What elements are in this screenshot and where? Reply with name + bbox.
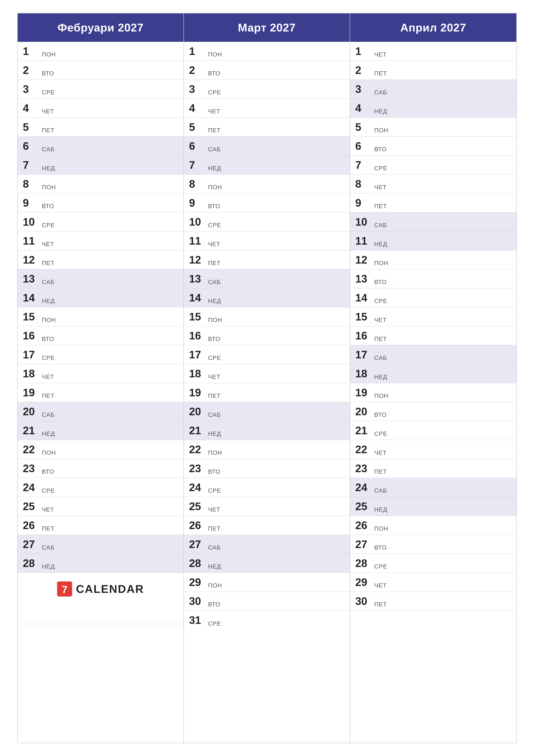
day-name: ПОН — [208, 582, 222, 589]
day-name: СРЕ — [208, 89, 221, 96]
day-name: ВТО — [374, 411, 387, 418]
day-name: ВТО — [374, 146, 387, 153]
day-row: 10САБ — [350, 212, 516, 231]
day-name: ПОН — [42, 449, 56, 456]
day-name: САБ — [374, 487, 387, 494]
day-row: 24СРЕ — [18, 478, 184, 497]
day-number: 11 — [189, 235, 206, 246]
logo-row: 7CALENDAR — [18, 573, 184, 605]
day-number: 29 — [355, 577, 372, 588]
day-row: 18ЧЕТ — [184, 364, 350, 383]
day-name: ПЕТ — [374, 336, 387, 342]
day-number: 29 — [189, 577, 206, 588]
day-row: 5ПЕТ — [184, 118, 350, 137]
empty-row — [18, 624, 184, 643]
day-name: ПОН — [374, 525, 388, 532]
day-number: 8 — [355, 179, 372, 189]
day-row: 23ВТО — [18, 459, 184, 478]
day-name: СРЕ — [208, 620, 221, 627]
day-row: 7НЕД — [18, 156, 184, 175]
svg-text:7: 7 — [62, 584, 67, 595]
day-number: 21 — [23, 425, 40, 436]
day-row: 19ПЕТ — [184, 383, 350, 402]
day-number: 4 — [355, 103, 372, 114]
day-row: 4ЧЕТ — [18, 99, 184, 118]
logo-container: 7CALENDAR — [57, 581, 144, 597]
day-name: НЕД — [374, 241, 387, 248]
day-name: САБ — [42, 411, 55, 418]
day-row: 29ПОН — [184, 573, 350, 592]
day-row: 26ПЕТ — [184, 516, 350, 535]
day-name: ПЕТ — [374, 601, 387, 608]
day-name: ЧЕТ — [374, 316, 387, 323]
day-row: 4НЕД — [350, 99, 516, 118]
day-row: 10СРЕ — [184, 212, 350, 231]
day-name: САБ — [374, 222, 387, 229]
day-row: 16ПЕТ — [350, 326, 516, 345]
day-row: 25ЧЕТ — [18, 497, 184, 516]
day-name: САБ — [374, 355, 387, 362]
day-row: 2ПЕТ — [350, 61, 516, 80]
day-number: 9 — [355, 198, 372, 208]
day-row: 1ЧЕТ — [350, 42, 516, 61]
day-name: ЧЕТ — [374, 449, 387, 456]
day-row: 14СРЕ — [350, 288, 516, 307]
day-row: 15ЧЕТ — [350, 307, 516, 326]
day-row: 7СРЕ — [350, 156, 516, 175]
day-name: ПЕТ — [42, 127, 55, 134]
month-header-2: Април 2027 — [350, 14, 516, 42]
day-number: 31 — [189, 615, 206, 626]
day-number: 3 — [23, 84, 40, 94]
day-row: 7НЕД — [184, 156, 350, 175]
day-number: 23 — [355, 463, 372, 474]
day-name: ВТО — [42, 336, 54, 342]
day-name: САБ — [374, 89, 387, 96]
day-name: НЕД — [42, 298, 55, 305]
day-name: ПЕТ — [374, 203, 387, 210]
day-number: 9 — [23, 198, 40, 208]
day-number: 2 — [23, 65, 40, 76]
day-name: СРЕ — [208, 487, 221, 494]
day-number: 17 — [23, 349, 40, 360]
day-number: 12 — [355, 255, 372, 265]
day-row: 8ПОН — [18, 175, 184, 194]
day-number: 19 — [23, 387, 40, 398]
day-name: НЕД — [208, 298, 221, 305]
empty-row — [18, 605, 184, 624]
day-name: ПЕТ — [374, 468, 387, 475]
day-number: 16 — [355, 330, 372, 341]
day-name: ПОН — [374, 392, 388, 399]
day-name: ПЕТ — [42, 392, 55, 399]
day-number: 12 — [189, 255, 206, 265]
day-row: 12ПОН — [350, 251, 516, 269]
day-number: 20 — [23, 406, 40, 417]
day-number: 16 — [23, 330, 40, 341]
day-number: 26 — [355, 520, 372, 531]
day-number: 2 — [189, 65, 206, 76]
day-row: 19ПЕТ — [18, 383, 184, 402]
day-row: 4ЧЕТ — [184, 99, 350, 118]
day-row: 12ПЕТ — [18, 251, 184, 269]
day-number: 12 — [23, 255, 40, 265]
day-name: ЧЕТ — [374, 51, 387, 58]
day-row: 28СРЕ — [350, 554, 516, 573]
day-name: ПОН — [208, 449, 222, 456]
day-row: 30ВТО — [184, 592, 350, 611]
day-name: САБ — [42, 146, 55, 153]
day-name: ВТО — [374, 544, 387, 551]
day-row: 17СРЕ — [18, 345, 184, 364]
day-name: СРЕ — [42, 487, 55, 494]
day-row: 15ПОН — [18, 307, 184, 326]
month-column-2: Април 20271ЧЕТ2ПЕТ3САБ4НЕД5ПОН6ВТО7СРЕ8Ч… — [350, 14, 516, 742]
day-name: ПЕТ — [42, 260, 55, 267]
day-number: 9 — [189, 198, 206, 208]
day-number: 22 — [23, 444, 40, 455]
day-name: САБ — [208, 279, 221, 285]
day-row: 22ПОН — [184, 440, 350, 459]
day-row: 25НЕД — [350, 497, 516, 516]
day-number: 15 — [189, 311, 206, 322]
day-row: 14НЕД — [18, 288, 184, 307]
day-name: ПЕТ — [208, 525, 221, 532]
day-name: ПЕТ — [208, 392, 221, 399]
day-row: 8ЧЕТ — [350, 175, 516, 194]
